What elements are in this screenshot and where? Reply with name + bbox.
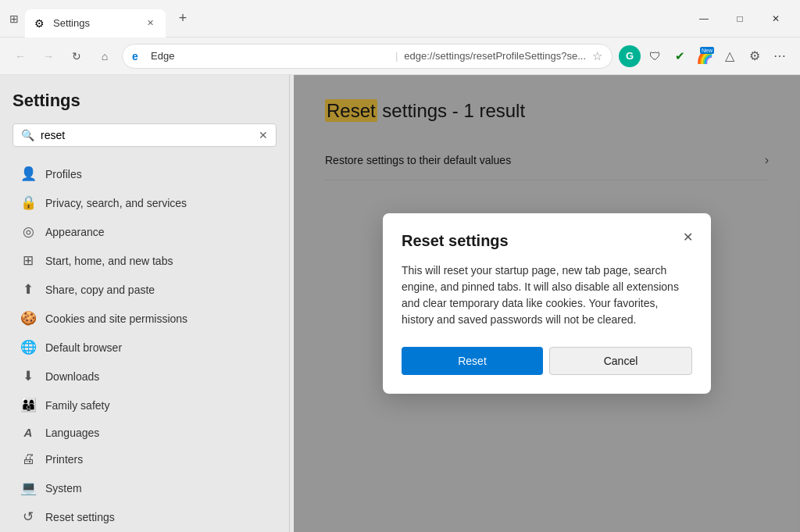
languages-icon: A bbox=[20, 426, 36, 439]
address-box[interactable]: e Edge | edge://settings/resetProfileSet… bbox=[122, 44, 612, 69]
extend-icon[interactable]: △ bbox=[719, 45, 741, 67]
minimize-button[interactable]: — bbox=[686, 6, 722, 31]
cookies-icon: 🍪 bbox=[20, 310, 36, 327]
new-tab-button[interactable]: + bbox=[172, 8, 194, 30]
refresh-button[interactable]: ↻ bbox=[66, 45, 88, 67]
sidebar-item-label: Privacy, search, and services bbox=[45, 197, 187, 209]
search-icon: 🔍 bbox=[21, 129, 34, 141]
account-icon[interactable]: G bbox=[619, 45, 641, 67]
titlebar: ⊞ ⚙ Settings ✕ + — □ ✕ bbox=[0, 0, 800, 37]
profiles-icon: 👤 bbox=[20, 166, 36, 182]
sidebar-item-label: Downloads bbox=[45, 370, 99, 383]
window-icon: ⊞ bbox=[6, 11, 22, 27]
tab-title: Settings bbox=[53, 17, 138, 29]
sidebar-item-languages[interactable]: A Languages bbox=[12, 420, 277, 445]
reset-icon: ↺ bbox=[20, 509, 36, 525]
privacy-icon: 🔒 bbox=[20, 195, 36, 211]
favorites-icon[interactable]: ☆ bbox=[592, 49, 602, 63]
vpn-icon[interactable]: ✔ bbox=[669, 45, 691, 67]
browser-tab[interactable]: ⚙ Settings ✕ bbox=[25, 9, 166, 37]
default-browser-icon: 🌐 bbox=[20, 339, 36, 355]
modal-overlay: Reset settings ✕ This will reset your st… bbox=[294, 75, 800, 532]
forward-button[interactable]: → bbox=[38, 45, 59, 67]
sidebar-item-privacy[interactable]: 🔒 Privacy, search, and services bbox=[12, 188, 277, 217]
search-clear-icon[interactable]: ✕ bbox=[259, 129, 268, 141]
close-button[interactable]: ✕ bbox=[758, 6, 794, 31]
appearance-icon: ◎ bbox=[20, 223, 36, 240]
dialog-footer: Reset Cancel bbox=[402, 347, 692, 375]
sidebar-item-label: Start, home, and new tabs bbox=[45, 255, 173, 267]
reset-dialog: Reset settings ✕ This will reset your st… bbox=[383, 213, 711, 394]
dialog-body: This will reset your startup page, new t… bbox=[402, 262, 692, 328]
sidebar-item-label: Profiles bbox=[45, 168, 82, 180]
sidebar-item-system[interactable]: 💻 System bbox=[12, 473, 277, 502]
vault-icon[interactable]: 🛡 bbox=[644, 45, 666, 67]
sidebar-item-label: Appearance bbox=[45, 226, 105, 238]
titlebar-left: ⊞ ⚙ Settings ✕ + bbox=[6, 5, 194, 33]
downloads-icon: ⬇ bbox=[20, 368, 36, 384]
reset-confirm-button[interactable]: Reset bbox=[402, 347, 543, 375]
edge-logo-icon: e bbox=[132, 50, 145, 62]
tab-close-button[interactable]: ✕ bbox=[144, 17, 156, 30]
window-controls: — □ ✕ bbox=[686, 6, 794, 31]
search-input[interactable] bbox=[41, 129, 252, 141]
family-icon: 👨‍👩‍👦 bbox=[20, 397, 36, 413]
system-icon: 💻 bbox=[20, 480, 36, 496]
sidebar-title: Settings bbox=[12, 91, 277, 111]
address-divider: | bbox=[395, 50, 398, 62]
browser-brand: Edge bbox=[151, 50, 389, 62]
sidebar-item-label: Family safety bbox=[45, 399, 109, 412]
sidebar-item-cookies[interactable]: 🍪 Cookies and site permissions bbox=[12, 304, 277, 333]
share-icon: ⬆ bbox=[20, 281, 36, 298]
more-menu-icon[interactable]: ⋯ bbox=[769, 45, 791, 67]
sidebar-item-share[interactable]: ⬆ Share, copy and paste bbox=[12, 275, 277, 304]
search-box[interactable]: 🔍 ✕ bbox=[12, 123, 277, 147]
addressbar: ← → ↻ ⌂ e Edge | edge://settings/resetPr… bbox=[0, 37, 800, 75]
dialog-title: Reset settings bbox=[402, 232, 692, 250]
home-button[interactable]: ⌂ bbox=[94, 45, 116, 67]
new-feature-icon[interactable]: 🌈 New bbox=[694, 45, 716, 67]
address-url: edge://settings/resetProfileSettings?se.… bbox=[404, 50, 586, 62]
sidebar-item-label: Default browser bbox=[45, 341, 122, 354]
printers-icon: 🖨 bbox=[20, 452, 36, 467]
sidebar-item-label: Reset settings bbox=[45, 511, 115, 523]
sidebar-item-label: Cookies and site permissions bbox=[45, 312, 188, 325]
main-content: Settings 🔍 ✕ 👤 Profiles 🔒 Privacy, searc… bbox=[0, 75, 800, 532]
sidebar-item-default-browser[interactable]: 🌐 Default browser bbox=[12, 333, 277, 362]
sidebar-item-family[interactable]: 👨‍👩‍👦 Family safety bbox=[12, 391, 277, 420]
start-icon: ⊞ bbox=[20, 252, 36, 269]
sidebar: Settings 🔍 ✕ 👤 Profiles 🔒 Privacy, searc… bbox=[0, 75, 289, 532]
sidebar-item-profiles[interactable]: 👤 Profiles bbox=[12, 159, 277, 188]
dialog-close-button[interactable]: ✕ bbox=[677, 226, 698, 248]
tab-favicon: ⚙ bbox=[34, 17, 47, 30]
sidebar-item-reset[interactable]: ↺ Reset settings bbox=[12, 502, 277, 531]
sidebar-item-label: Share, copy and paste bbox=[45, 284, 155, 296]
settings-icon[interactable]: ⚙ bbox=[744, 45, 766, 67]
sidebar-item-start[interactable]: ⊞ Start, home, and new tabs bbox=[12, 246, 277, 275]
sidebar-item-downloads[interactable]: ⬇ Downloads bbox=[12, 362, 277, 391]
cancel-button[interactable]: Cancel bbox=[549, 347, 692, 375]
sidebar-item-label: Languages bbox=[45, 427, 99, 439]
back-button[interactable]: ← bbox=[9, 45, 31, 67]
sidebar-item-appearance[interactable]: ◎ Appearance bbox=[12, 217, 277, 246]
sidebar-item-label: System bbox=[45, 482, 82, 495]
sidebar-item-label: Printers bbox=[45, 453, 83, 466]
settings-content: Reset settings - 1 result Restore settin… bbox=[294, 75, 800, 532]
toolbar-icons: G 🛡 ✔ 🌈 New △ ⚙ ⋯ bbox=[619, 45, 791, 67]
new-badge: New bbox=[700, 47, 714, 54]
sidebar-item-printers[interactable]: 🖨 Printers bbox=[12, 445, 277, 473]
maximize-button[interactable]: □ bbox=[722, 6, 758, 31]
